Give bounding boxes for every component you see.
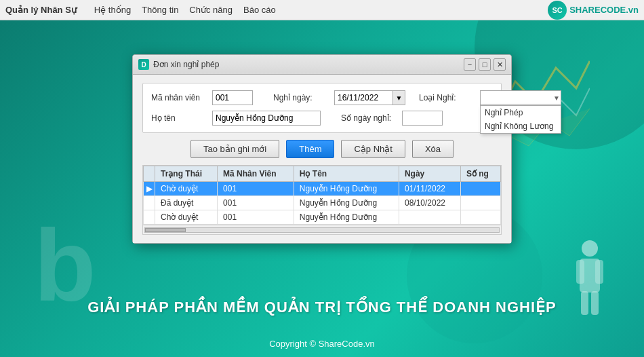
table-cell: Nguyễn Hồng Dưỡng [294, 210, 399, 225]
col-ma-nhan-vien: Mã Nhân Viên [218, 166, 294, 182]
dialog-controls: − □ ✕ [464, 58, 506, 71]
maximize-button[interactable]: □ [479, 58, 491, 71]
logo-icon: SC [548, 1, 567, 20]
row-indicator: ▶ [144, 182, 155, 196]
table-cell: Nguyễn Hồng Dưỡng [294, 196, 399, 210]
dialog-title: Đơn xin nghỉ phép [153, 60, 464, 69]
scrollbar-bottom[interactable] [143, 225, 501, 234]
table-cell: Nguyễn Hồng Dưỡng [294, 182, 399, 196]
app-title: Quản lý Nhân Sự [5, 5, 77, 15]
xoa-button[interactable]: Xóa [412, 140, 454, 158]
so-ngay-nghi-input[interactable] [402, 111, 443, 126]
menu-hethong[interactable]: Hệ thống [94, 5, 131, 15]
nghi-ngay-label: Nghỉ ngày: [273, 93, 327, 102]
form-row-1: Mã nhân viên Nghỉ ngày: ▼ Loại Nghỉ: ▼ [151, 90, 493, 105]
col-so-ngay: Số ng [460, 166, 500, 182]
date-wrapper: ▼ [334, 90, 405, 105]
table-cell: 01/11/2022 [399, 182, 460, 196]
table-cell [460, 210, 500, 225]
ma-nhan-vien-label: Mã nhân viên [151, 93, 205, 102]
menu-thongtin[interactable]: Thông tin [142, 5, 178, 15]
menu-baocao[interactable]: Báo cáo [243, 5, 276, 15]
dropdown-list: Nghỉ Phép Nghỉ Không Lương [480, 105, 561, 134]
ho-ten-input[interactable] [212, 111, 321, 126]
dialog-overlay: D Đơn xin nghỉ phép − □ ✕ Mã nhân viên N… [0, 20, 644, 357]
table-cell: 001 [218, 196, 294, 210]
col-trang-thai: Trạng Thái [155, 166, 218, 182]
col-ngay: Ngày [399, 166, 460, 182]
data-table: Trạng Thái Mã Nhân Viên Họ Tên Ngày Số n… [143, 166, 501, 225]
table-cell: 08/10/2022 [399, 196, 460, 210]
option-nghi-phep[interactable]: Nghỉ Phép [481, 106, 561, 119]
buttons-row: Tao bản ghi mới Thêm Cập Nhật Xóa [142, 140, 502, 158]
option-nghi-khong-luong[interactable]: Nghỉ Không Lương [481, 119, 561, 133]
row-indicator [144, 196, 155, 210]
table-cell: Đã duyệt [155, 196, 218, 210]
logo-area: SC SHARECODE.vn [548, 1, 639, 20]
logo-text: SHARECODE.vn [569, 5, 639, 15]
table-cell: 001 [218, 210, 294, 225]
nghi-ngay-input[interactable] [335, 91, 393, 105]
table-cell [460, 196, 500, 210]
form-row-2: Họ tên Số ngày nghỉ: [151, 111, 493, 126]
loai-nghi-label: Loại Nghỉ: [419, 93, 473, 102]
them-button[interactable]: Thêm [286, 140, 334, 158]
loai-nghi-select[interactable] [480, 90, 561, 105]
menubar: Quản lý Nhân Sự Hệ thống Thông tin Chức … [0, 0, 644, 20]
scrollbar-thumb[interactable] [145, 228, 186, 232]
table-cell: Chờ duyệt [155, 182, 218, 196]
table-cell [399, 210, 460, 225]
col-indicator [144, 166, 155, 182]
table-cell: Chờ duyệt [155, 210, 218, 225]
form-area: Mã nhân viên Nghỉ ngày: ▼ Loại Nghỉ: ▼ [142, 83, 502, 133]
table-row[interactable]: Đã duyệt001Nguyễn Hồng Dưỡng08/10/2022 [144, 196, 501, 210]
so-ngay-nghi-label: Số ngày nghỉ: [341, 113, 395, 123]
table-area: Trạng Thái Mã Nhân Viên Họ Tên Ngày Số n… [142, 165, 502, 235]
table-row[interactable]: ▶Chờ duyệt001Nguyễn Hồng Dưỡng01/11/2022 [144, 182, 501, 196]
dialog-titlebar: D Đơn xin nghỉ phép − □ ✕ [133, 55, 511, 75]
table-head: Trạng Thái Mã Nhân Viên Họ Tên Ngày Số n… [144, 166, 501, 182]
dialog-window: D Đơn xin nghỉ phép − □ ✕ Mã nhân viên N… [132, 54, 512, 244]
cap-nhat-button[interactable]: Cập Nhật [341, 140, 405, 158]
table-cell: 001 [218, 182, 294, 196]
table-row[interactable]: Chờ duyệt001Nguyễn Hồng Dưỡng [144, 210, 501, 225]
table-body: ▶Chờ duyệt001Nguyễn Hồng Dưỡng01/11/2022… [144, 182, 501, 225]
tao-ban-ghi-moi-button[interactable]: Tao bản ghi mới [190, 140, 279, 158]
close-button[interactable]: ✕ [494, 58, 506, 71]
dialog-body: Mã nhân viên Nghỉ ngày: ▼ Loại Nghỉ: ▼ [133, 75, 511, 243]
row-indicator [144, 210, 155, 225]
col-ho-ten: Họ Tên [294, 166, 399, 182]
table-scroll[interactable]: Trạng Thái Mã Nhân Viên Họ Tên Ngày Số n… [143, 166, 501, 225]
loai-nghi-dropdown-wrapper: ▼ Nghỉ Phép Nghỉ Không Lương [480, 90, 561, 105]
scrollbar-track[interactable] [144, 227, 500, 233]
minimize-button[interactable]: − [464, 58, 476, 71]
ho-ten-label: Họ tên [151, 113, 205, 123]
calendar-button[interactable]: ▼ [393, 91, 405, 105]
dialog-app-icon: D [138, 59, 149, 70]
menu-chucnang[interactable]: Chức năng [189, 5, 233, 15]
table-header-row: Trạng Thái Mã Nhân Viên Họ Tên Ngày Số n… [144, 166, 501, 182]
table-cell [460, 182, 500, 196]
ma-nhan-vien-input[interactable] [212, 90, 253, 105]
